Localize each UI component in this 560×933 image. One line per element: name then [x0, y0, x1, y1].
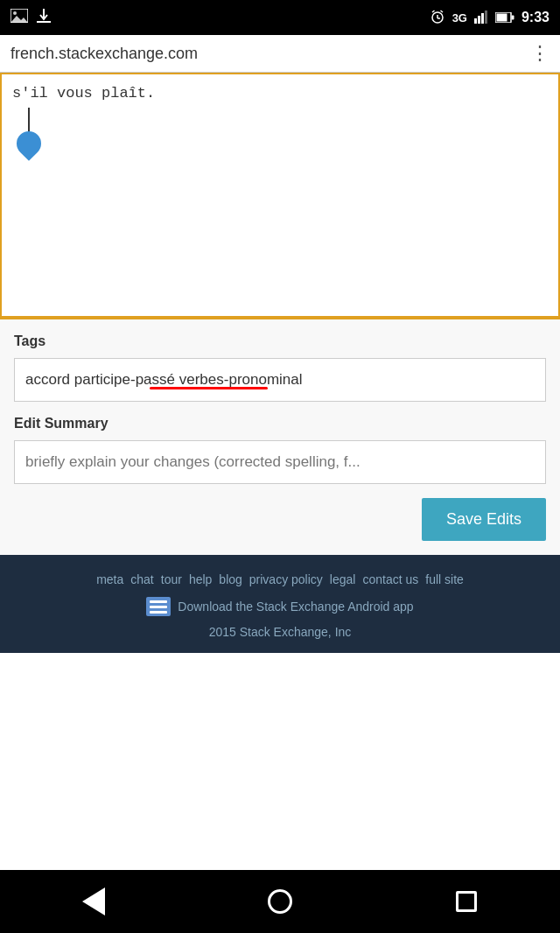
main-content: s'il vous plaît. Tags Edit Summary Save …	[0, 73, 560, 870]
footer-link-meta[interactable]: meta	[96, 572, 123, 586]
tags-input[interactable]	[14, 358, 546, 402]
svg-rect-10	[474, 18, 477, 24]
svg-rect-15	[496, 13, 507, 21]
footer-link-legal[interactable]: legal	[330, 572, 356, 586]
tags-wrapper	[14, 358, 546, 402]
svg-line-8	[432, 11, 435, 12]
signal-icon	[474, 10, 488, 26]
save-button-section: Save Edits	[0, 484, 560, 555]
download-icon	[37, 8, 51, 27]
svg-point-3	[13, 11, 17, 15]
editor-section: s'il vous plaît.	[0, 73, 560, 319]
footer-copyright: 2015 Stack Exchange, Inc	[14, 625, 546, 639]
recent-icon	[456, 891, 477, 912]
status-bar: 3G 9:33	[0, 0, 560, 35]
nav-bar	[0, 870, 560, 933]
app-icon-line1	[150, 600, 167, 603]
footer-link-privacy[interactable]: privacy policy	[249, 572, 323, 586]
nav-home-button[interactable]	[254, 875, 306, 928]
nav-recent-button[interactable]	[440, 875, 493, 928]
status-bar-left	[10, 8, 51, 27]
tags-section: Tags	[0, 319, 560, 402]
back-icon	[82, 887, 105, 915]
stack-exchange-app-icon	[146, 597, 171, 616]
svg-rect-13	[485, 11, 487, 24]
battery-icon	[495, 11, 514, 25]
footer-links: meta chat tour help blog privacy policy …	[14, 572, 546, 586]
edit-summary-label: Edit Summary	[14, 416, 546, 431]
status-bar-right: 3G 9:33	[430, 9, 550, 27]
svg-rect-16	[511, 15, 514, 19]
editor-textarea[interactable]: s'il vous plaît.	[0, 73, 560, 318]
app-icon-line3	[150, 611, 167, 614]
alarm-icon	[430, 9, 445, 27]
url-text[interactable]: french.stackexchange.com	[10, 45, 198, 63]
nav-back-button[interactable]	[67, 875, 120, 928]
svg-marker-2	[10, 16, 28, 23]
address-menu-icon[interactable]: ⋮	[530, 42, 550, 65]
network-label: 3G	[452, 11, 467, 25]
footer-link-help[interactable]: help	[189, 572, 212, 586]
footer-link-contact[interactable]: contact us	[362, 572, 418, 586]
svg-line-9	[440, 11, 443, 12]
time-display: 9:33	[522, 10, 550, 25]
footer-app-text: Download the Stack Exchange Android app	[178, 600, 413, 614]
svg-rect-4	[37, 21, 51, 23]
footer-link-tour[interactable]: tour	[161, 572, 182, 586]
summary-input[interactable]	[14, 440, 546, 484]
svg-rect-11	[478, 16, 480, 24]
address-bar[interactable]: french.stackexchange.com ⋮	[0, 35, 560, 73]
save-edits-button[interactable]: Save Edits	[422, 498, 546, 541]
footer-app-download[interactable]: Download the Stack Exchange Android app	[14, 597, 546, 616]
app-icon-line2	[150, 606, 167, 608]
footer-link-fullsite[interactable]: full site	[425, 572, 464, 586]
footer-link-blog[interactable]: blog	[219, 572, 242, 586]
footer-link-chat[interactable]: chat	[130, 572, 153, 586]
svg-rect-12	[481, 13, 484, 24]
home-icon	[268, 889, 292, 914]
footer: meta chat tour help blog privacy policy …	[0, 555, 560, 653]
edit-summary-section: Edit Summary	[0, 402, 560, 484]
tags-label: Tags	[14, 333, 546, 349]
gallery-icon	[10, 9, 28, 26]
spellcheck-underline	[150, 387, 268, 389]
